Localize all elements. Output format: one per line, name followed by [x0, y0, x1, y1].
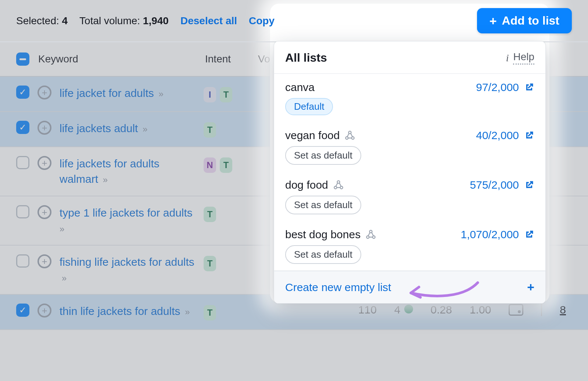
list-item-sub: Set as default	[285, 245, 534, 264]
column-intent[interactable]: Intent	[205, 53, 249, 65]
intent-badge-n: N	[204, 157, 216, 173]
keyword-link[interactable]: thin life jackets for adults »	[60, 305, 190, 317]
keyword-cell: life jackets for adults walmart »	[60, 156, 196, 187]
keyword-link[interactable]: life jackets for adults walmart »	[60, 157, 159, 185]
column-keyword[interactable]: Keyword	[38, 53, 196, 65]
list-item-sub: Set as default	[285, 146, 534, 165]
list-name: canva	[285, 81, 315, 94]
list-count-text: 575/2,000	[470, 179, 519, 191]
help-link[interactable]: i Help	[505, 51, 534, 65]
plus-icon: +	[490, 15, 497, 27]
svg-point-8	[373, 236, 375, 239]
metric-kd: 4	[394, 304, 413, 316]
popover-header: All lists i Help	[274, 41, 545, 73]
svg-point-5	[340, 186, 343, 189]
expand-icon[interactable]: +	[37, 205, 51, 219]
serp-icon[interactable]	[509, 304, 523, 316]
keyword-cell: thin life jackets for adults »	[60, 304, 196, 319]
list-count[interactable]: 40/2,000	[476, 129, 534, 142]
list-count[interactable]: 97/2,000	[476, 81, 534, 94]
intent-cell: NT	[204, 156, 248, 173]
keyword-link[interactable]: type 1 life jackets for adults »	[60, 207, 195, 234]
external-link-icon[interactable]	[524, 130, 534, 141]
cluster-icon	[366, 229, 376, 240]
intent-cell: T	[204, 205, 248, 222]
metric-com: 1.00	[470, 304, 491, 316]
chevron-right-icon: »	[156, 89, 164, 99]
list-item[interactable]: canva97/2,000Default	[274, 74, 545, 122]
list-item-row: dog food575/2,000	[285, 179, 534, 191]
help-label: Help	[513, 51, 534, 65]
list-count-text: 97/2,000	[476, 81, 519, 94]
row-checkbox[interactable]: ✓	[16, 86, 29, 99]
metric-volume: 110	[358, 304, 377, 316]
list-item-row: best dog bones1,070/2,000	[285, 228, 534, 241]
set-default-button[interactable]: Set as default	[285, 146, 361, 165]
external-link-icon[interactable]	[524, 82, 534, 92]
list-item[interactable]: vegan food40/2,000Set as default	[274, 122, 545, 171]
chevron-right-icon: »	[100, 175, 108, 185]
row-checkbox[interactable]	[16, 156, 29, 169]
volume-label: Total volume:	[79, 15, 140, 26]
list-item[interactable]: best dog bones1,070/2,000Set as default	[274, 221, 545, 271]
set-default-button[interactable]: Set as default	[285, 245, 361, 264]
expand-icon[interactable]: +	[37, 86, 51, 99]
list-name: dog food	[285, 179, 344, 191]
list-name-text: dog food	[285, 179, 328, 191]
list-item[interactable]: dog food575/2,000Set as default	[274, 171, 545, 221]
intent-badge-i: I	[204, 87, 216, 102]
row-metrics: 11040.281.008	[358, 304, 572, 316]
expand-icon[interactable]: +	[37, 254, 51, 268]
selected-label: Selected:	[16, 15, 59, 26]
deselect-all-link[interactable]: Deselect all	[180, 15, 237, 27]
intent-badge-t: T	[204, 207, 216, 222]
keyword-cell: life jacket for adults »	[60, 86, 196, 101]
list-item-sub: Default	[285, 98, 534, 115]
row-checkbox[interactable]: ✓	[16, 304, 29, 317]
list-item-row: vegan food40/2,000	[285, 129, 534, 142]
popover-footer: Create new empty list +	[274, 271, 545, 303]
list-name-text: vegan food	[285, 129, 340, 142]
keyword-text: thin life jackets for adults	[60, 305, 180, 317]
svg-point-4	[334, 186, 337, 189]
add-to-list-popover: All lists i Help canva97/2,000Defaultveg…	[274, 41, 546, 304]
intent-badge-t: T	[204, 122, 216, 138]
set-default-button[interactable]: Set as default	[285, 196, 361, 214]
divider	[541, 304, 542, 316]
selected-count: 4	[62, 15, 68, 26]
copy-link[interactable]: Copy	[249, 15, 275, 27]
info-icon: i	[505, 51, 510, 65]
keyword-link[interactable]: life jacket for adults »	[60, 87, 164, 99]
external-link-icon[interactable]	[524, 180, 534, 190]
list-name: vegan food	[285, 129, 355, 142]
keyword-link[interactable]: fishing life jackets for adults »	[60, 256, 194, 283]
expand-icon[interactable]: +	[37, 156, 51, 170]
list-count-text: 40/2,000	[476, 129, 519, 142]
volume-stat: Total volume: 1,940	[79, 15, 169, 27]
row-checkbox[interactable]: ✓	[16, 121, 29, 134]
default-badge: Default	[285, 98, 333, 115]
keyword-cell: type 1 life jackets for adults »	[60, 205, 196, 236]
popover-title: All lists	[285, 51, 327, 65]
list-count[interactable]: 575/2,000	[470, 179, 534, 191]
intent-cell: IT	[204, 86, 248, 102]
intent-cell: T	[204, 304, 248, 320]
expand-icon[interactable]: +	[37, 121, 51, 135]
external-link-icon[interactable]	[524, 229, 534, 240]
keyword-link[interactable]: life jackets adult »	[60, 122, 147, 134]
expand-icon[interactable]: +	[37, 304, 51, 318]
add-to-list-button[interactable]: + Add to list	[477, 8, 572, 33]
create-new-list-link[interactable]: Create new empty list	[285, 281, 391, 294]
row-checkbox[interactable]	[16, 205, 29, 218]
keyword-cell: fishing life jackets for adults »	[60, 254, 196, 285]
chevron-right-icon: »	[140, 124, 147, 134]
metric-results[interactable]: 8	[560, 304, 566, 316]
list-count[interactable]: 1,070/2,000	[461, 228, 534, 241]
create-list-plus-icon[interactable]: +	[527, 280, 534, 294]
svg-point-1	[346, 137, 348, 139]
select-all-checkbox[interactable]	[16, 52, 29, 66]
toolbar: Selected: 4 Total volume: 1,940 Deselect…	[0, 0, 588, 42]
keyword-text: type 1 life jackets for adults	[60, 207, 193, 219]
row-checkbox[interactable]	[16, 254, 29, 268]
keyword-text: life jackets adult	[60, 122, 138, 134]
